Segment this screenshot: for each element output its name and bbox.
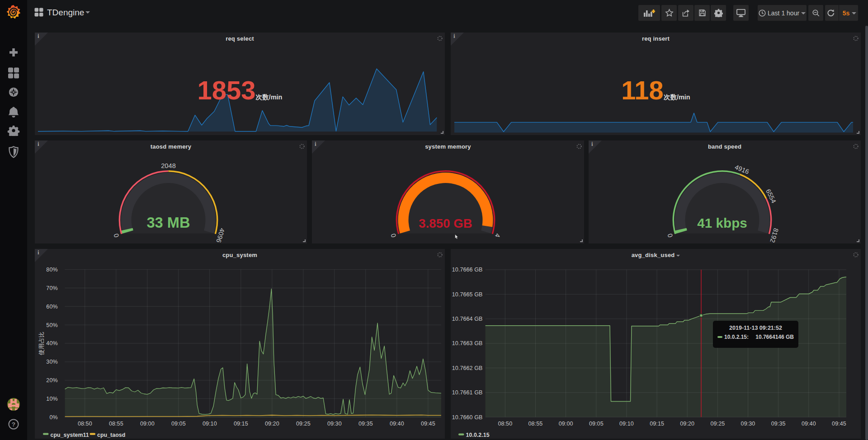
svg-text:09:25: 09:25 bbox=[296, 421, 311, 427]
svg-text:0%: 0% bbox=[49, 414, 57, 421]
svg-text:10.7666 GB: 10.7666 GB bbox=[452, 267, 483, 273]
svg-text:10.7665 GB: 10.7665 GB bbox=[452, 291, 483, 298]
svg-text:30%: 30% bbox=[46, 359, 57, 365]
svg-text:09:30: 09:30 bbox=[327, 421, 342, 427]
svg-text:08:55: 08:55 bbox=[109, 421, 123, 427]
svg-text:09:10: 09:10 bbox=[203, 421, 217, 427]
svg-text:10.7664 GB: 10.7664 GB bbox=[452, 316, 483, 322]
svg-text:20%: 20% bbox=[46, 377, 57, 384]
svg-text:09:40: 09:40 bbox=[802, 421, 816, 427]
svg-text:33 MB: 33 MB bbox=[146, 215, 190, 231]
svg-text:cpu_system11: cpu_system11 bbox=[51, 432, 89, 438]
svg-text:0: 0 bbox=[112, 233, 120, 238]
svg-text:?: ? bbox=[12, 421, 15, 428]
svg-text:10.7660 GB: 10.7660 GB bbox=[452, 414, 483, 421]
svg-text:08:50: 08:50 bbox=[498, 421, 512, 427]
svg-text:使用占比: 使用占比 bbox=[38, 332, 45, 355]
svg-text:09:15: 09:15 bbox=[650, 421, 664, 427]
svg-text:09:45: 09:45 bbox=[832, 421, 846, 427]
svg-text:41 kbps: 41 kbps bbox=[697, 215, 747, 230]
svg-text:09:05: 09:05 bbox=[171, 421, 186, 427]
svg-text:3.850 GB: 3.850 GB bbox=[419, 216, 472, 230]
svg-text:10.7661 GB: 10.7661 GB bbox=[452, 389, 483, 396]
svg-text:09:30: 09:30 bbox=[741, 421, 755, 427]
svg-text:09:20: 09:20 bbox=[680, 421, 694, 427]
svg-text:09:25: 09:25 bbox=[711, 421, 725, 427]
svg-text:09:05: 09:05 bbox=[589, 421, 604, 427]
svg-text:40%: 40% bbox=[46, 340, 57, 346]
svg-text:08:50: 08:50 bbox=[78, 421, 92, 427]
svg-text:80%: 80% bbox=[46, 267, 57, 273]
svg-text:09:10: 09:10 bbox=[619, 421, 634, 427]
svg-text:0: 0 bbox=[666, 233, 674, 238]
svg-text:10.7662 GB: 10.7662 GB bbox=[452, 365, 483, 371]
svg-text:09:40: 09:40 bbox=[390, 421, 404, 427]
svg-text:cpu_taosd: cpu_taosd bbox=[97, 432, 125, 438]
svg-text:50%: 50% bbox=[46, 322, 57, 328]
svg-text:09:15: 09:15 bbox=[234, 421, 248, 427]
svg-text:4: 4 bbox=[494, 233, 502, 238]
svg-text:09:00: 09:00 bbox=[140, 421, 155, 427]
svg-text:08:55: 08:55 bbox=[528, 421, 543, 427]
svg-text:10.7663 GB: 10.7663 GB bbox=[452, 340, 483, 346]
svg-text:10%: 10% bbox=[46, 396, 57, 402]
svg-text:09:20: 09:20 bbox=[265, 421, 279, 427]
svg-text:09:35: 09:35 bbox=[771, 421, 786, 427]
svg-text:2048: 2048 bbox=[161, 162, 176, 169]
svg-text:10.0.2.15: 10.0.2.15 bbox=[466, 432, 490, 438]
svg-text:09:35: 09:35 bbox=[359, 421, 373, 427]
svg-text:09:00: 09:00 bbox=[559, 421, 573, 427]
svg-text:60%: 60% bbox=[46, 304, 57, 310]
svg-text:09:45: 09:45 bbox=[421, 421, 435, 427]
svg-text:6554: 6554 bbox=[764, 188, 778, 204]
svg-text:70%: 70% bbox=[46, 285, 57, 291]
svg-text:0: 0 bbox=[389, 233, 397, 238]
